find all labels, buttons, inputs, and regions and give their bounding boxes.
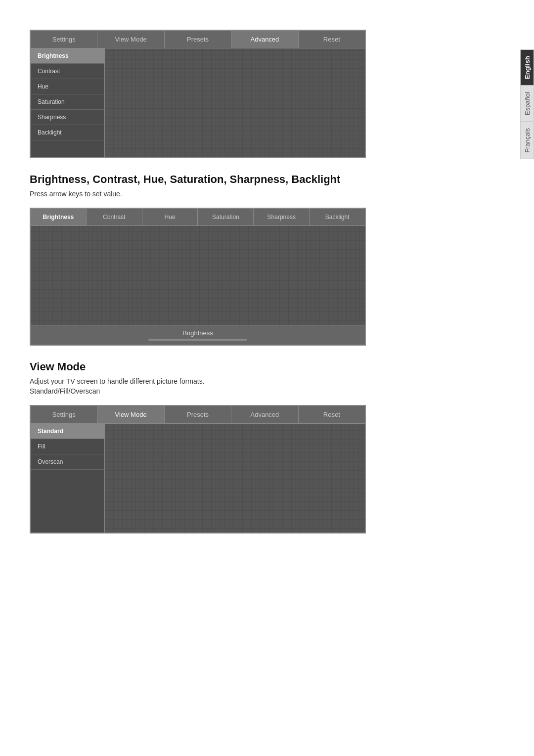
menu-item-backlight-1[interactable]: Backlight bbox=[31, 125, 104, 140]
section1-title: Brightness, Contrast, Hue, Saturation, S… bbox=[30, 173, 455, 186]
tab-advanced-3[interactable]: Advanced bbox=[231, 406, 298, 423]
menu-sidebar-1: Brightness Contrast Hue Saturation Sharp… bbox=[31, 48, 105, 157]
lang-tab-francais[interactable]: Français bbox=[520, 122, 534, 159]
menu-item-brightness-1[interactable]: Brightness bbox=[31, 48, 104, 64]
menu-body-3: Standard Fill Overscan bbox=[31, 424, 365, 533]
menu-body-1: Brightness Contrast Hue Saturation Sharp… bbox=[31, 48, 365, 157]
tab-hue-2[interactable]: Hue bbox=[142, 209, 198, 225]
menu-settings-panel: Settings View Mode Presets Advanced Rese… bbox=[30, 30, 366, 158]
menu-item-fill[interactable]: Fill bbox=[31, 439, 104, 454]
menu-footer-2: Brightness bbox=[31, 325, 365, 345]
footer-brightness-label: Brightness bbox=[182, 329, 213, 337]
section2-desc: Adjust your TV screen to handle differen… bbox=[30, 377, 455, 385]
menu-content-area-3 bbox=[105, 424, 365, 533]
tab-settings-1[interactable]: Settings bbox=[31, 31, 97, 48]
section2-title: View Mode bbox=[30, 360, 455, 373]
menu-item-contrast-1[interactable]: Contrast bbox=[31, 64, 104, 79]
menu-header-3: Settings View Mode Presets Advanced Rese… bbox=[31, 406, 365, 424]
menu-item-saturation-1[interactable]: Saturation bbox=[31, 94, 104, 110]
tab-reset-1[interactable]: Reset bbox=[299, 31, 365, 48]
brightness-slider-bar[interactable] bbox=[148, 339, 247, 341]
tab-viewmode-3[interactable]: View Mode bbox=[97, 406, 164, 423]
menu-body-2 bbox=[31, 226, 365, 325]
tab-saturation-2[interactable]: Saturation bbox=[198, 209, 254, 225]
main-content: Settings View Mode Presets Advanced Rese… bbox=[0, 0, 485, 578]
tab-brightness-2[interactable]: Brightness bbox=[31, 209, 87, 225]
menu-sidebar-3: Standard Fill Overscan bbox=[31, 424, 105, 533]
menu-item-overscan[interactable]: Overscan bbox=[31, 454, 104, 470]
tab-contrast-2[interactable]: Contrast bbox=[87, 209, 142, 225]
tab-viewmode-1[interactable]: View Mode bbox=[97, 31, 164, 48]
menu-item-standard[interactable]: Standard bbox=[31, 424, 104, 439]
lang-tab-english[interactable]: English bbox=[520, 49, 534, 86]
tab-settings-3[interactable]: Settings bbox=[31, 406, 97, 423]
tab-presets-1[interactable]: Presets bbox=[165, 31, 231, 48]
tab-presets-3[interactable]: Presets bbox=[165, 406, 231, 423]
menu-header-1: Settings View Mode Presets Advanced Rese… bbox=[31, 31, 365, 48]
menu-header-2: Brightness Contrast Hue Saturation Sharp… bbox=[31, 209, 365, 226]
menu-item-sharpness-1[interactable]: Sharpness bbox=[31, 110, 104, 125]
menu-brightness-panel: Brightness Contrast Hue Saturation Sharp… bbox=[30, 208, 366, 346]
tab-sharpness-2[interactable]: Sharpness bbox=[254, 209, 310, 225]
lang-tab-espanol[interactable]: Español bbox=[520, 86, 534, 122]
section2-desc2: Standard/Fill/Overscan bbox=[30, 387, 455, 395]
menu-viewmode-panel: Settings View Mode Presets Advanced Rese… bbox=[30, 405, 366, 534]
menu-content-area-1 bbox=[105, 48, 365, 157]
tab-backlight-2[interactable]: Backlight bbox=[310, 209, 365, 225]
tab-reset-3[interactable]: Reset bbox=[299, 406, 365, 423]
tab-advanced-1[interactable]: Advanced bbox=[231, 31, 298, 48]
language-tabs: English Español Français bbox=[520, 49, 534, 159]
section1-desc: Press arrow keys to set value. bbox=[30, 190, 455, 198]
menu-item-hue-1[interactable]: Hue bbox=[31, 79, 104, 94]
